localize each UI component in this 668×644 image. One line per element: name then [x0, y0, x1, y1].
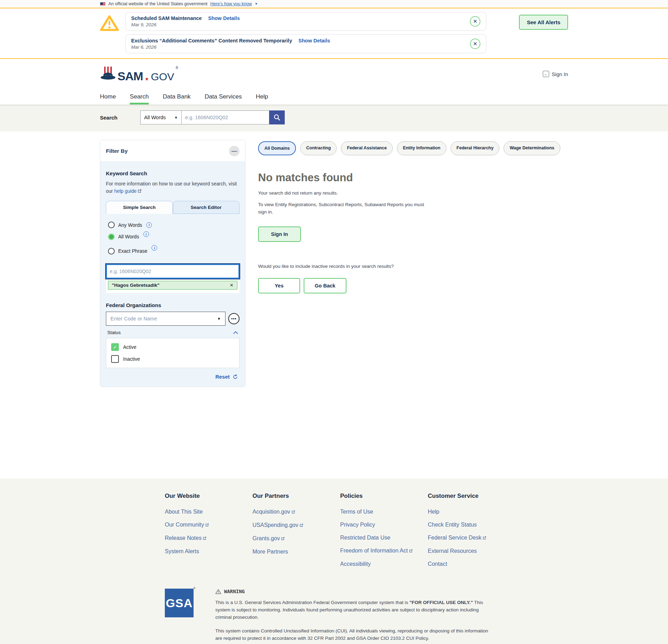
show-details-link[interactable]: Show Details [298, 38, 330, 43]
help-guide-link[interactable]: help guide [114, 189, 137, 194]
alert-date: Mar 9, 2026 [131, 22, 240, 27]
nav-item-data-services[interactable]: Data Services [205, 89, 242, 104]
footer-link-our-community[interactable]: Our Community [165, 522, 252, 528]
footer-link-help[interactable]: Help [428, 509, 515, 515]
footer-link-usaspending-gov[interactable]: USASpending.gov [252, 522, 340, 529]
collapse-filters-button[interactable]: — [229, 146, 239, 156]
search-mode-select[interactable]: All Words ▼ [140, 110, 182, 124]
active-checkbox[interactable]: ✓ [111, 343, 119, 351]
any-words-radio[interactable] [108, 222, 115, 228]
footer-link-release-notes[interactable]: Release Notes [165, 535, 252, 542]
domain-pill-entity-information[interactable]: Entity Information [397, 141, 446, 155]
gov-banner-text: An official website of the United States… [108, 1, 208, 6]
show-details-link[interactable]: Show Details [208, 15, 239, 21]
chevron-down-icon: ▼ [217, 317, 221, 321]
any-words-label: Any Words [118, 222, 142, 228]
footer-heading-our-partners: Our Partners [252, 493, 340, 500]
footer-link-more-partners[interactable]: More Partners [252, 549, 340, 555]
domain-pill-wage-determinations[interactable]: Wage Determinations [504, 141, 560, 155]
info-icon[interactable]: i [143, 231, 149, 237]
top-search-input[interactable] [182, 110, 269, 124]
footer-heading-policies: Policies [340, 493, 428, 500]
external-link-icon [205, 522, 209, 528]
warning-triangle-icon [100, 15, 119, 33]
nav-item-data-bank[interactable]: Data Bank [163, 89, 190, 104]
logo-star-icon: ★ [145, 76, 149, 81]
all-words-radio[interactable] [108, 233, 115, 240]
search-label: Search [100, 115, 140, 121]
external-link-icon [483, 535, 486, 541]
gsa-logo: GSA [165, 589, 194, 617]
alerts-section: Scheduled SAM Maintenance Show Details M… [0, 8, 668, 59]
footer-link-contact[interactable]: Contact [428, 561, 515, 567]
yes-button[interactable]: Yes [258, 278, 300, 293]
footer-link-external-resources[interactable]: External Resources [428, 548, 515, 554]
warning-outline-icon [215, 589, 221, 594]
domain-pill-federal-assistance[interactable]: Federal Assistance [341, 141, 392, 155]
alert-date: Mar 6, 2026 [131, 45, 330, 50]
no-matches-heading: No matches found [258, 171, 568, 184]
reset-icon [232, 374, 238, 380]
footer-link-about-this-site[interactable]: About This Site [165, 509, 252, 515]
nav-item-help[interactable]: Help [256, 89, 268, 104]
header-sign-in-link[interactable]: ← Sign In [543, 71, 568, 77]
info-icon[interactable]: i [151, 245, 157, 251]
inactive-checkbox[interactable] [111, 355, 119, 363]
close-icon[interactable]: ✕ [470, 16, 480, 27]
exact-phrase-radio[interactable] [108, 248, 115, 255]
footer-link-grants-gov[interactable]: Grants.gov [252, 535, 340, 542]
footer-link-check-entity-status[interactable]: Check Entity Status [428, 522, 515, 528]
federal-org-select[interactable]: Enter Code or Name ▼ [106, 312, 225, 326]
search-submit-button[interactable] [269, 110, 285, 124]
footer-link-privacy-policy[interactable]: Privacy Policy [340, 522, 428, 528]
site-header: ★ ★ ★ SAM ★ GOV ® ← Sign In [0, 59, 668, 89]
sam-gov-logo[interactable]: ★ ★ ★ SAM ★ GOV ® [100, 66, 178, 82]
all-words-label: All Words [118, 234, 139, 239]
footer-link-acquisition-gov[interactable]: Acquisition.gov [252, 509, 340, 515]
footer-link-terms-of-use[interactable]: Terms of Use [340, 509, 428, 515]
alert-title: Scheduled SAM Maintenance [131, 15, 202, 21]
chevron-up-icon[interactable] [233, 330, 238, 335]
status-label: Status [107, 330, 121, 335]
tab-simple-search[interactable]: Simple Search [106, 201, 173, 214]
external-link-icon [281, 536, 285, 542]
keyword-chip: "Hagos Gebretsadik" ✕ [108, 281, 237, 290]
sign-in-required-message: To view Entity Registrations, Subcontrac… [258, 201, 433, 216]
footer-link-foia[interactable]: Freedom of Information Act [340, 548, 428, 554]
remove-chip-icon[interactable]: ✕ [230, 283, 234, 288]
content-area: Filter By — Keyword Search For more info… [0, 131, 668, 479]
chevron-down-icon: ▼ [174, 116, 178, 120]
tab-search-editor[interactable]: Search Editor [173, 201, 240, 214]
status-options-box: ✓ Active Inactive [106, 338, 239, 368]
keyword-search-input[interactable] [106, 264, 239, 279]
more-options-icon[interactable]: ••• [228, 313, 239, 324]
go-back-button[interactable]: Go Back [304, 278, 346, 293]
include-inactive-question: Would you like to include inactive recor… [258, 264, 568, 269]
search-bar-section: Search All Words ▼ [0, 104, 668, 131]
sign-in-button[interactable]: Sign In [258, 226, 301, 242]
reset-filters-button[interactable]: Reset [106, 368, 239, 382]
footer-link-system-alerts[interactable]: System Alerts [165, 548, 252, 555]
sign-in-icon: ← [543, 71, 549, 77]
see-all-alerts-button[interactable]: See All Alerts [519, 15, 568, 30]
info-icon[interactable]: i [146, 222, 152, 228]
footer-link-accessibility[interactable]: Accessibility [340, 561, 428, 567]
how-you-know-link[interactable]: Here’s how you know [210, 1, 252, 6]
alert-card: Exclusions “Additional Comments” Content… [125, 34, 486, 53]
domain-pill-federal-hierarchy[interactable]: Federal Hierarchy [451, 141, 500, 155]
nav-item-home[interactable]: Home [100, 89, 116, 104]
external-link-icon [299, 522, 303, 529]
close-icon[interactable]: ✕ [470, 39, 480, 49]
external-link-icon [137, 188, 142, 196]
federal-org-placeholder: Enter Code or Name [110, 316, 157, 321]
footer-link-federal-service-desk[interactable]: Federal Service Desk [428, 535, 515, 541]
footer-link-restricted-data-use[interactable]: Restricted Data Use [340, 535, 428, 541]
results-area: All Domains Contracting Federal Assistan… [258, 140, 568, 293]
domain-pill-all-domains[interactable]: All Domains [258, 141, 296, 155]
nav-item-search[interactable]: Search [130, 89, 149, 104]
external-link-icon [291, 509, 295, 515]
filter-panel: Filter By — Keyword Search For more info… [100, 140, 245, 387]
exact-phrase-label: Exact Phrase [118, 248, 147, 254]
site-footer: Our Website About This Site Our Communit… [0, 479, 668, 644]
domain-pill-contracting[interactable]: Contracting [300, 141, 337, 155]
